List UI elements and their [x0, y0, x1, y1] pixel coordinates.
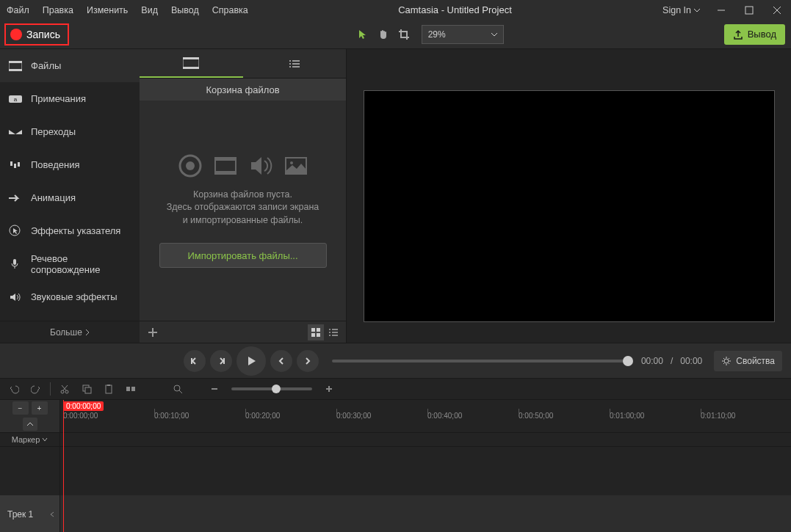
svg-rect-19: [215, 171, 236, 174]
sidebar-label: Поведения: [31, 159, 80, 170]
cursor-effect-icon: [9, 225, 22, 238]
zoom-select[interactable]: 29%: [422, 25, 504, 44]
record-label: Запись: [26, 29, 60, 40]
animation-icon: [9, 192, 22, 205]
menu-modify[interactable]: Изменить: [80, 5, 134, 15]
zoom-out-button[interactable]: [206, 381, 223, 397]
marker-track[interactable]: Маркер: [0, 432, 791, 447]
paste-button[interactable]: [101, 381, 117, 397]
menu-file[interactable]: Файл: [0, 5, 36, 15]
undo-button[interactable]: [6, 381, 22, 397]
sidebar-more-button[interactable]: Больше: [0, 321, 140, 343]
svg-rect-25: [317, 333, 320, 337]
sidebar-label: Примечания: [31, 93, 86, 104]
behavior-icon: [9, 158, 22, 172]
menu-share[interactable]: Вывод: [165, 5, 206, 15]
ruler-tick: 0:00:30;00: [336, 412, 371, 420]
track-lane[interactable]: [60, 495, 791, 532]
bin-footer: [140, 321, 346, 343]
properties-button[interactable]: Свойства: [714, 351, 782, 371]
sidebar-item-animations[interactable]: Анимация: [0, 181, 140, 214]
menu-help[interactable]: Справка: [206, 5, 255, 15]
sidebar: Файлы a Примечания Переходы Поведения Ан…: [0, 49, 140, 343]
track-minus-button[interactable]: −: [12, 401, 29, 415]
copy-button[interactable]: [79, 381, 95, 397]
zoom-search-button[interactable]: [170, 381, 186, 397]
bin-empty-text: Корзина файлов пуста. Здесь отображаются…: [167, 189, 319, 227]
timeline-tracks: Трек 1: [0, 447, 791, 532]
sign-in-label: Sign In: [662, 5, 691, 15]
sidebar-item-cursor-effects[interactable]: Эффекты указателя: [0, 214, 140, 247]
record-button[interactable]: Запись: [4, 23, 69, 45]
empty-icons: [178, 153, 308, 178]
preview-canvas[interactable]: [364, 90, 775, 322]
track-1[interactable]: Трек 1: [0, 495, 791, 532]
ruler-tick: 0:01:00;00: [610, 412, 644, 420]
sidebar-label: Речевое сопровождение: [31, 253, 140, 275]
playhead-line[interactable]: [63, 400, 64, 532]
sidebar-item-transitions[interactable]: Переходы: [0, 115, 140, 148]
sidebar-item-audio-effects[interactable]: Звуковые эффекты: [0, 280, 140, 313]
crop-tool[interactable]: [394, 24, 414, 45]
export-button[interactable]: Вывод: [724, 24, 785, 45]
track-header[interactable]: Трек 1: [0, 495, 60, 532]
microphone-icon: [9, 258, 22, 271]
grid-view-button[interactable]: [308, 324, 324, 340]
step-forward-button[interactable]: [297, 350, 319, 372]
speaker-icon: [248, 153, 273, 178]
svg-rect-33: [126, 387, 130, 391]
split-button[interactable]: [123, 381, 139, 397]
play-button[interactable]: [236, 346, 266, 376]
sidebar-item-voice[interactable]: Речевое сопровождение: [0, 247, 140, 280]
sidebar-item-behaviors[interactable]: Поведения: [0, 148, 140, 181]
list-view-button[interactable]: [325, 324, 342, 340]
bin-tab-media[interactable]: [140, 49, 243, 78]
playback-bar: 00:00 / 00:00 Свойства: [0, 343, 791, 378]
menu-view[interactable]: Вид: [134, 5, 165, 15]
media-bin-panel: Корзина файлов Корзина файлов пуста. Зде…: [140, 49, 347, 343]
add-media-button[interactable]: [144, 324, 162, 341]
ruler-tick: 0:00:00;00: [63, 412, 98, 420]
film-icon: [213, 153, 238, 178]
timeline-header: − + 0:00:00;00 0:00:00;00 0:00:10;00 0:0…: [0, 400, 791, 432]
cut-button[interactable]: [57, 381, 73, 397]
import-media-button[interactable]: Импортировать файлы...: [159, 243, 327, 268]
properties-label: Свойства: [736, 356, 775, 366]
timeline-zoom-slider[interactable]: [231, 387, 312, 390]
track-collapse-button[interactable]: [23, 418, 37, 431]
sidebar-item-media[interactable]: Файлы: [0, 49, 140, 82]
prev-frame-button[interactable]: [184, 350, 206, 372]
step-back-button[interactable]: [270, 350, 292, 372]
time-current: 00:00: [641, 356, 663, 366]
window-close-button[interactable]: [763, 0, 791, 20]
ruler-tick: 0:00:20;00: [245, 412, 280, 420]
timeline-left-controls: − +: [0, 400, 60, 432]
menu-edit[interactable]: Правка: [36, 5, 80, 15]
svg-rect-32: [107, 385, 110, 386]
window-minimize-button[interactable]: [707, 0, 735, 20]
track-label: Трек 1: [7, 509, 33, 520]
redo-button[interactable]: [28, 381, 44, 397]
sign-in-button[interactable]: Sign In: [655, 5, 707, 15]
sidebar-item-annotations[interactable]: a Примечания: [0, 82, 140, 115]
cursor-tool[interactable]: [353, 24, 373, 45]
window-maximize-button[interactable]: [735, 0, 763, 20]
playhead-timecode: 0:00:00;00: [63, 401, 104, 411]
hand-tool[interactable]: [373, 24, 394, 45]
zoom-handle[interactable]: [272, 385, 281, 393]
upload-icon: [733, 29, 743, 40]
chevron-down-icon: [42, 437, 48, 442]
bin-tab-library[interactable]: [243, 49, 347, 78]
record-icon: [10, 29, 22, 40]
image-icon: [283, 153, 308, 178]
svg-rect-18: [215, 158, 236, 161]
track-plus-button[interactable]: +: [32, 401, 48, 415]
timeline-ruler[interactable]: 0:00:00;00 0:00:00;00 0:00:10;00 0:00:20…: [60, 400, 791, 432]
svg-rect-24: [311, 333, 315, 337]
zoom-in-button[interactable]: [321, 381, 337, 397]
next-frame-button[interactable]: [210, 350, 232, 372]
seek-bar[interactable]: [332, 360, 628, 362]
sidebar-label: Файлы: [31, 60, 61, 71]
svg-rect-34: [131, 387, 135, 391]
seek-handle[interactable]: [623, 356, 633, 366]
